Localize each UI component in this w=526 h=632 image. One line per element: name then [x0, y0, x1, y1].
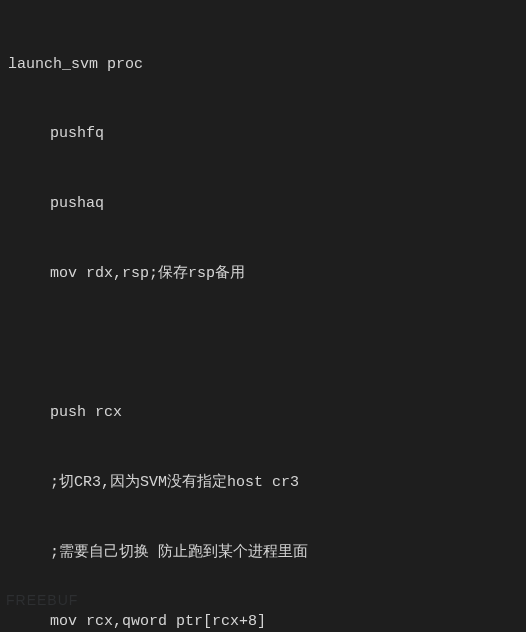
code-line: ;需要自己切换 防止跑到某个进程里面: [0, 541, 526, 564]
code-line: push rcx: [0, 401, 526, 424]
code-editor[interactable]: launch_svm proc pushfq pushaq mov rdx,rs…: [0, 6, 526, 632]
code-text: pushfq: [50, 125, 104, 142]
code-text: push rcx: [50, 404, 122, 421]
code-line: ;切CR3,因为SVM没有指定host cr3: [0, 471, 526, 494]
code-line: pushfq: [0, 122, 526, 145]
code-text: mov rdx,rsp;保存rsp备用: [50, 265, 245, 282]
code-text: mov rcx,qword ptr[rcx+8]: [50, 613, 266, 630]
code-line: mov rdx,rsp;保存rsp备用: [0, 262, 526, 285]
code-text: pushaq: [50, 195, 104, 212]
code-text: ;切CR3,因为SVM没有指定host cr3: [50, 474, 299, 491]
code-line-blank: [0, 332, 526, 355]
code-line: pushaq: [0, 192, 526, 215]
code-text: ;需要自己切换 防止跑到某个进程里面: [50, 544, 308, 561]
code-line: launch_svm proc: [0, 53, 526, 76]
code-text: launch_svm proc: [8, 56, 143, 73]
code-line: mov rcx,qword ptr[rcx+8]: [0, 610, 526, 632]
